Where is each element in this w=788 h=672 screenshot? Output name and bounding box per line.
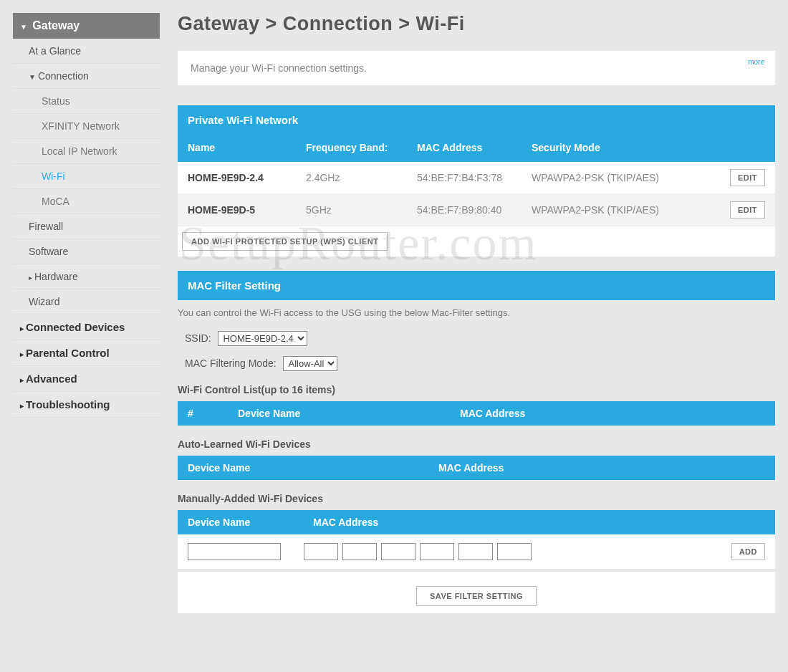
mac-filter-title: MAC Filter Setting — [178, 271, 775, 300]
sidebar-item-label: XFINITY Network — [42, 120, 120, 132]
sidebar-item-label: Advanced — [26, 373, 77, 385]
mac-octet-4-input[interactable] — [420, 543, 454, 560]
info-text: Manage your Wi-Fi connection settings. — [191, 62, 367, 74]
wifi-security: WPAWPA2-PSK (TKIP/AES) — [532, 172, 696, 183]
col-band: Frequency Band: — [306, 142, 417, 153]
info-more-link[interactable]: more — [748, 58, 764, 66]
wifi-band: 2.4GHz — [306, 172, 417, 183]
add-wps-client-button[interactable]: ADD WI-FI PROTECTED SETUP (WPS) CLIENT — [182, 232, 388, 251]
wifi-name: HOME-9E9D-5 — [188, 204, 306, 216]
wifi-network-row: HOME-9E9D-2.42.4GHz54:BE:F7:B4:F3:78WPAW… — [178, 162, 775, 194]
caret-right-icon: ▸ — [20, 402, 24, 410]
col-device: Device Name — [188, 462, 438, 474]
sidebar-item-moca[interactable]: MoCA — [13, 189, 160, 214]
sidebar-item-label: Troubleshooting — [26, 398, 110, 411]
col-device: Device Name — [238, 408, 460, 419]
wifi-mac: 54:BE:F7:B4:F3:78 — [417, 172, 532, 183]
col-device: Device Name — [188, 517, 313, 528]
sidebar-item-label: Local IP Network — [42, 145, 117, 157]
caret-right-icon: ▸ — [20, 350, 24, 358]
private-wifi-panel: Private Wi-Fi Network Name Frequency Ban… — [178, 105, 775, 256]
wifi-name: HOME-9E9D-2.4 — [188, 172, 306, 183]
sidebar-item-connection[interactable]: ▼Connection — [13, 64, 160, 89]
wifi-column-headers: Name Frequency Band: MAC Address Securit… — [178, 135, 775, 162]
sidebar-item-firewall[interactable]: Firewall — [13, 214, 160, 239]
sidebar-item-label: Parental Control — [26, 347, 110, 359]
sidebar-item-label: At a Glance — [29, 45, 81, 57]
mode-label: MAC Filtering Mode: — [185, 357, 277, 369]
add-button[interactable]: ADD — [731, 543, 765, 560]
mode-row: MAC Filtering Mode: Allow-All — [178, 356, 775, 371]
mac-octet-1-input[interactable] — [304, 543, 338, 560]
sidebar-item-label: Wizard — [29, 296, 60, 307]
sidebar-item-connected-devices[interactable]: ▸Connected Devices — [13, 315, 160, 340]
main-content: Gateway > Connection > Wi-Fi Manage your… — [178, 13, 775, 628]
ssid-row: SSID: HOME-9E9D-2.4 — [178, 331, 775, 346]
info-bar: Manage your Wi-Fi connection settings. m… — [178, 51, 775, 85]
sidebar-item-troubleshooting[interactable]: ▸Troubleshooting — [13, 392, 160, 418]
caret-down-icon: ▼ — [29, 73, 36, 81]
mac-octet-5-input[interactable] — [458, 543, 493, 560]
save-filter-button[interactable]: SAVE FILTER SETTING — [416, 586, 537, 606]
sidebar-item-status[interactable]: Status — [13, 89, 160, 114]
caret-right-icon: ▸ — [29, 274, 32, 282]
edit-button[interactable]: EDIT — [730, 169, 765, 186]
sidebar-item-hardware[interactable]: ▸Hardware — [13, 264, 160, 289]
mac-filter-desc: You can control the Wi-Fi access to the … — [178, 307, 775, 318]
manual-entry-row: ADD — [178, 534, 775, 569]
wifi-security: WPAWPA2-PSK (TKIP/AES) — [532, 204, 696, 216]
sidebar-item-advanced[interactable]: ▸Advanced — [13, 366, 160, 392]
wifi-band: 5GHz — [306, 204, 417, 216]
manual-added-header: Device Name MAC Address — [178, 510, 775, 534]
save-row: SAVE FILTER SETTING — [178, 572, 775, 613]
mac-octet-3-input[interactable] — [381, 543, 415, 560]
caret-right-icon: ▸ — [20, 376, 24, 384]
sidebar: ▼ Gateway At a Glance▼ConnectionStatusXF… — [13, 13, 160, 628]
sidebar-item-wi-fi[interactable]: Wi-Fi — [13, 164, 160, 189]
breadcrumb: Gateway > Connection > Wi-Fi — [178, 13, 775, 35]
auto-learned-title: Auto-Learned Wi-Fi Devices — [178, 438, 775, 450]
auto-learned-header: Device Name MAC Address — [178, 456, 775, 480]
sidebar-item-label: Hardware — [34, 271, 78, 282]
sidebar-item-label: Status — [42, 95, 70, 107]
mac-octet-2-input[interactable] — [342, 543, 377, 560]
mac-octet-6-input[interactable] — [497, 543, 532, 560]
sidebar-item-label: Wi-Fi — [42, 171, 65, 182]
control-list-header: # Device Name MAC Address — [178, 401, 775, 426]
mac-filter-panel: MAC Filter Setting You can control the W… — [178, 271, 775, 613]
ssid-label: SSID: — [185, 332, 211, 344]
col-name: Name — [188, 142, 306, 153]
sidebar-item-label: Connected Devices — [26, 321, 125, 333]
col-mac-address: MAC Address — [313, 517, 378, 528]
caret-down-icon: ▼ — [20, 23, 27, 31]
ssid-select[interactable]: HOME-9E9D-2.4 — [218, 331, 307, 346]
sidebar-item-label: MoCA — [42, 196, 69, 207]
wifi-network-row: HOME-9E9D-55GHz54:BE:F7:B9:80:40WPAWPA2-… — [178, 194, 775, 226]
sidebar-item-label: Firewall — [29, 221, 63, 232]
sidebar-item-label: Software — [29, 246, 68, 257]
sidebar-item-at-a-glance[interactable]: At a Glance — [13, 39, 160, 64]
sidebar-item-parental-control[interactable]: ▸Parental Control — [13, 340, 160, 366]
caret-right-icon: ▸ — [20, 325, 24, 332]
mode-select[interactable]: Allow-All — [283, 356, 337, 371]
edit-button[interactable]: EDIT — [730, 201, 765, 219]
control-list-title: Wi-Fi Control List(up to 16 items) — [178, 384, 775, 395]
wifi-mac: 54:BE:F7:B9:80:40 — [417, 204, 532, 216]
sidebar-header-label: Gateway — [32, 19, 80, 32]
col-mac: MAC Address — [417, 142, 532, 153]
private-wifi-title: Private Wi-Fi Network — [178, 105, 775, 135]
device-name-input[interactable] — [188, 543, 281, 560]
sidebar-item-local-ip-network[interactable]: Local IP Network — [13, 139, 160, 164]
sidebar-item-label: Connection — [38, 70, 89, 82]
col-sec: Security Mode — [532, 142, 696, 153]
col-mac-address: MAC Address — [460, 408, 765, 419]
col-mac-address: MAC Address — [438, 462, 765, 474]
sidebar-item-xfinity-network[interactable]: XFINITY Network — [13, 114, 160, 139]
sidebar-item-software[interactable]: Software — [13, 239, 160, 264]
col-index: # — [188, 408, 238, 419]
sidebar-header-gateway[interactable]: ▼ Gateway — [13, 13, 160, 39]
manual-added-title: Manually-Added Wi-Fi Devices — [178, 493, 775, 504]
sidebar-item-wizard[interactable]: Wizard — [13, 289, 160, 315]
